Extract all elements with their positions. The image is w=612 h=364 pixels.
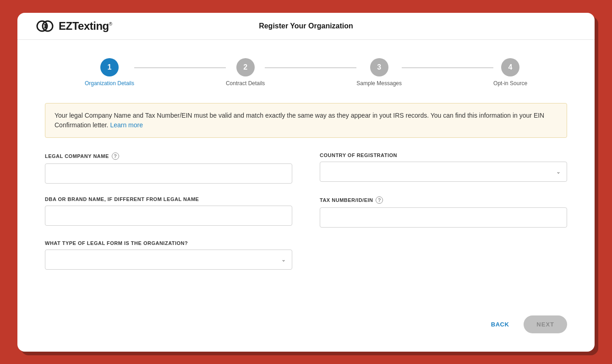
- header: EZTexting® Register Your Organization: [17, 13, 595, 40]
- connector-2-3: [265, 67, 356, 68]
- form: LEGAL COMPANY NAME ? COUNTRY OF REGISTRA…: [45, 152, 567, 270]
- tax-number-help-icon[interactable]: ?: [376, 196, 383, 204]
- country-group: COUNTRY OF REGISTRATION United States Ca…: [320, 152, 567, 184]
- learn-more-link[interactable]: Learn more: [110, 121, 143, 129]
- connector-3-4: [402, 67, 493, 68]
- step-1: 1 Organization Details: [85, 58, 134, 87]
- step-circle-2: 2: [236, 58, 255, 76]
- country-select-wrapper: United States Canada United Kingdom ⌄: [320, 162, 567, 182]
- step-label-4: Opt-in Source: [493, 80, 527, 87]
- logo: EZTexting®: [36, 19, 112, 33]
- legal-form-group: WHAT TYPE OF LEGAL FORM IS THE ORGANIZAT…: [45, 240, 292, 270]
- stepper: 1 Organization Details 2 Contract Detail…: [45, 58, 567, 87]
- legal-form-select-wrapper: LLC Corporation Sole Proprietor Partners…: [45, 250, 292, 270]
- country-label: COUNTRY OF REGISTRATION: [320, 152, 567, 158]
- footer: BACK NEXT: [17, 304, 595, 352]
- legal-company-name-group: LEGAL COMPANY NAME ?: [45, 152, 292, 184]
- logo-text: EZTexting®: [59, 20, 112, 33]
- step-4: 4 Opt-in Source: [493, 58, 527, 87]
- legal-company-name-input[interactable]: [45, 163, 292, 184]
- back-button[interactable]: BACK: [484, 316, 517, 332]
- step-circle-4: 4: [501, 58, 519, 76]
- main-window: EZTexting® Register Your Organization 1 …: [17, 13, 595, 352]
- dba-group: DBA OR BRAND NAME, IF DIFFERENT FROM LEG…: [45, 196, 292, 228]
- tax-number-input[interactable]: [320, 207, 567, 228]
- legal-company-name-label: LEGAL COMPANY NAME ?: [45, 152, 292, 160]
- alert-banner: Your legal Company Name and Tax Number/E…: [45, 103, 567, 138]
- step-circle-3: 3: [370, 58, 388, 76]
- step-circle-1: 1: [100, 58, 119, 76]
- dba-input[interactable]: [45, 206, 292, 226]
- main-content: 1 Organization Details 2 Contract Detail…: [17, 40, 595, 304]
- step-label-1: Organization Details: [85, 80, 134, 87]
- legal-form-select[interactable]: LLC Corporation Sole Proprietor Partners…: [45, 250, 292, 270]
- step-label-3: Sample Messages: [356, 80, 402, 87]
- step-label-2: Contract Details: [226, 80, 265, 87]
- step-2: 2 Contract Details: [226, 58, 265, 87]
- tax-number-label: TAX NUMBER/ID/EIN ?: [320, 196, 567, 204]
- country-select[interactable]: United States Canada United Kingdom: [320, 162, 567, 182]
- logo-icon: [36, 19, 56, 33]
- legal-form-label: WHAT TYPE OF LEGAL FORM IS THE ORGANIZAT…: [45, 240, 292, 246]
- connector-1-2: [134, 67, 226, 68]
- step-3: 3 Sample Messages: [356, 58, 402, 87]
- page-title: Register Your Organization: [259, 22, 353, 30]
- legal-company-name-help-icon[interactable]: ?: [112, 152, 119, 160]
- next-button[interactable]: NEXT: [524, 315, 567, 333]
- tax-number-group: TAX NUMBER/ID/EIN ?: [320, 196, 567, 228]
- dba-label: DBA OR BRAND NAME, IF DIFFERENT FROM LEG…: [45, 196, 292, 202]
